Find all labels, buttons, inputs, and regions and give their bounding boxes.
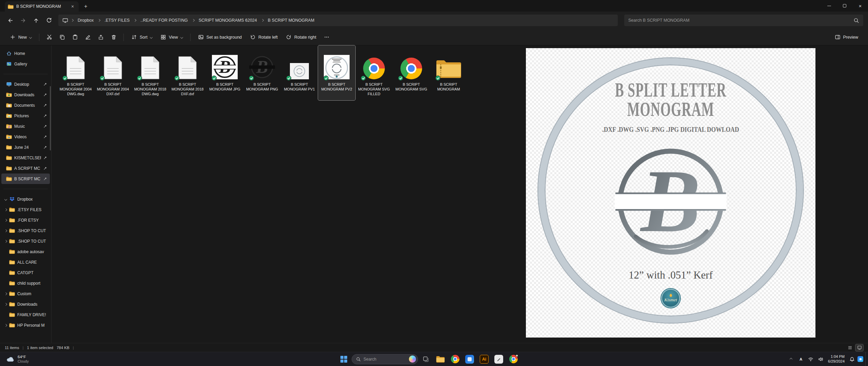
chrome-taskbar-button[interactable] (448, 353, 462, 365)
copy-button[interactable] (56, 32, 68, 43)
blue-app-taskbar-button[interactable] (463, 353, 476, 365)
sidebar-tree-item-child-support[interactable]: child support (1, 278, 50, 288)
paste-button[interactable] (69, 32, 81, 43)
start-button[interactable] (337, 353, 351, 365)
volume-icon[interactable] (816, 354, 825, 364)
sidebar-tree-item-etsy-files[interactable]: .ETSY FILES (1, 204, 50, 215)
file-tile-2018-dxf[interactable]: B SCRIPT MONOGRAM 2018 DXF.dxf (169, 45, 206, 100)
sidebar-tree-item-for-etsy[interactable]: .FOR ETSY (1, 215, 50, 225)
sidebar-item-gallery[interactable]: Gallery (1, 59, 50, 69)
refresh-button[interactable] (43, 15, 55, 26)
sidebar-tree-item-adobe-autosav[interactable]: adobe autosav (1, 246, 50, 257)
sidebar-item-pictures[interactable]: Pictures (1, 110, 50, 121)
document-icon (141, 56, 159, 79)
sidebar-tree-item-shop-to-cut-1[interactable]: .SHOP TO CUT (1, 225, 50, 236)
sidebar-item-a-script-mc[interactable]: A SCRIPT MC (1, 163, 50, 174)
rename-button[interactable] (82, 32, 94, 43)
breadcrumb-item-ready-for-posting[interactable]: ..READY FOR POSTING (139, 17, 189, 24)
see-more-button[interactable] (321, 32, 333, 43)
time: 1:04 PM (828, 354, 845, 359)
sidebar-tree-item-downloads[interactable]: Downloads (1, 299, 50, 309)
taskbar-search[interactable] (352, 354, 418, 364)
sidebar-tree-item-hp-personal[interactable]: HP Personal M (1, 320, 50, 330)
sidebar-item-dropbox-root[interactable]: Dropbox (1, 194, 50, 204)
share-button[interactable] (95, 32, 107, 43)
illustrator-taskbar-button[interactable]: Ai (477, 353, 491, 365)
chrome-profile-taskbar-button[interactable] (507, 353, 520, 365)
sync-check-badge (398, 76, 403, 81)
wifi-icon[interactable] (806, 354, 815, 364)
rotate-right-button[interactable]: Rotate right (282, 32, 320, 43)
cut-button[interactable] (43, 32, 55, 43)
up-button[interactable] (31, 15, 42, 26)
file-tile-2004-dwg[interactable]: B SCRIPT MONOGRAM 2004 DWG.dwg (57, 45, 94, 100)
details-view-button[interactable] (846, 344, 854, 351)
sort-button[interactable]: Sort (127, 32, 156, 43)
sidebar-scrollbar[interactable] (50, 86, 51, 150)
sidebar-tree-item-custom[interactable]: Custom (1, 288, 50, 299)
sidebar-item-b-script-mc[interactable]: B SCRIPT MC (1, 174, 50, 184)
sidebar-item-home[interactable]: Home (1, 48, 50, 59)
file-tile-2004-dxf[interactable]: B SCRIPT MONOGRAM 2004 DXF.dxf (94, 45, 132, 100)
sidebar-tree-item-all-care[interactable]: ALL CARE (1, 257, 50, 267)
breadcrumb-item-etsy-files[interactable]: .ETSY FILES (103, 17, 131, 24)
ime-indicator[interactable]: A (796, 354, 805, 364)
sidebar-item-music[interactable]: Music (1, 121, 50, 131)
set-as-background-button[interactable]: Set as background (194, 32, 245, 43)
items-count: 11 items (5, 346, 19, 350)
preview-toggle-button[interactable]: Preview (831, 32, 862, 43)
clock[interactable]: 1:04 PM 6/29/2024 (826, 354, 847, 364)
explorer-tab[interactable]: B SCRIPT MONOGRAM × (5, 1, 79, 12)
file-tile-pv1[interactable]: B SCRIPT MONOGRAM PV1 (281, 45, 318, 100)
file-tile-zip-folder[interactable]: B SCRIPT MONOGRAM (430, 45, 467, 100)
back-button[interactable] (5, 15, 16, 26)
file-name: B SCRIPT MONOGRAM JPG (207, 82, 242, 92)
maximize-button[interactable] (837, 0, 852, 12)
weather-widget[interactable]: 64°F Cloudy (3, 352, 32, 366)
file-tile-svg-filled[interactable]: B SCRIPT MONOGRAM SVG FILLED (355, 45, 393, 100)
search-box[interactable] (624, 15, 863, 26)
sidebar-item-downloads[interactable]: Downloads (1, 89, 50, 100)
file-explorer-taskbar-button[interactable] (434, 353, 447, 365)
file-tile-png[interactable]: B B SCRIPT MONOGRAM PNG (243, 45, 281, 100)
taskbar-search-input[interactable] (363, 357, 406, 362)
breadcrumb-item-dropbox[interactable]: Dropbox (76, 17, 95, 24)
sync-check-badge (137, 76, 142, 81)
window-controls: × (821, 0, 868, 12)
sidebar-tree-item-family-drive[interactable]: FAMILY DRIVE! (1, 309, 50, 320)
task-view-button[interactable] (419, 353, 433, 365)
breadcrumb-item-script-monograms[interactable]: SCRIPT MONOGRAMS 62024 (197, 17, 258, 24)
folder-icon (9, 249, 15, 254)
close-button[interactable]: × (852, 0, 868, 12)
sidebar-item-june-24[interactable]: June 24 (1, 142, 50, 152)
view-button[interactable]: View (157, 32, 186, 43)
sidebar-item-videos[interactable]: Videos (1, 131, 50, 142)
sidebar-item-desktop[interactable]: Desktop (1, 79, 50, 89)
sidebar-item-documents[interactable]: Documents (1, 100, 50, 110)
folder-icon (8, 4, 14, 9)
sidebar-item-kismetclsef[interactable]: KISMETCLSEF (1, 152, 50, 163)
rotate-left-button[interactable]: Rotate left (246, 32, 281, 43)
file-tile-svg[interactable]: B SCRIPT MONOGRAM SVG (393, 45, 430, 100)
breadcrumb-item-b-script-monogram[interactable]: B SCRIPT MONOGRAM (267, 17, 316, 24)
hidden-icons-button[interactable] (787, 354, 795, 364)
rename-icon (85, 34, 91, 40)
tab-close-icon[interactable]: × (70, 3, 76, 9)
minimize-button[interactable] (821, 0, 837, 12)
file-tile-pv2-selected[interactable]: B SCRIPT MONOGRAM PV2 (318, 45, 355, 100)
notification-bell[interactable] (848, 354, 856, 364)
thumbnail-view-button[interactable] (855, 344, 863, 351)
search-icon (853, 18, 859, 23)
file-tile-2018-dwg[interactable]: B SCRIPT MONOGRAM 2018 DWG.dwg (132, 45, 169, 100)
tray-app-icon[interactable] (857, 356, 863, 362)
sidebar-tree-item-shop-to-cut-2[interactable]: .SHOP TO CUT (1, 236, 50, 246)
file-tile-jpg[interactable]: B B SCRIPT MONOGRAM JPG (206, 45, 243, 100)
delete-button[interactable] (107, 32, 120, 43)
pen-app-taskbar-button[interactable] (492, 353, 506, 365)
sidebar-tree-item-catgpt[interactable]: CATGPT (1, 267, 50, 278)
search-input[interactable] (628, 18, 851, 23)
new-tab-button[interactable]: + (81, 2, 90, 11)
forward-button[interactable] (18, 15, 29, 26)
show-desktop-button[interactable] (865, 352, 867, 366)
new-button[interactable]: New (6, 32, 35, 43)
